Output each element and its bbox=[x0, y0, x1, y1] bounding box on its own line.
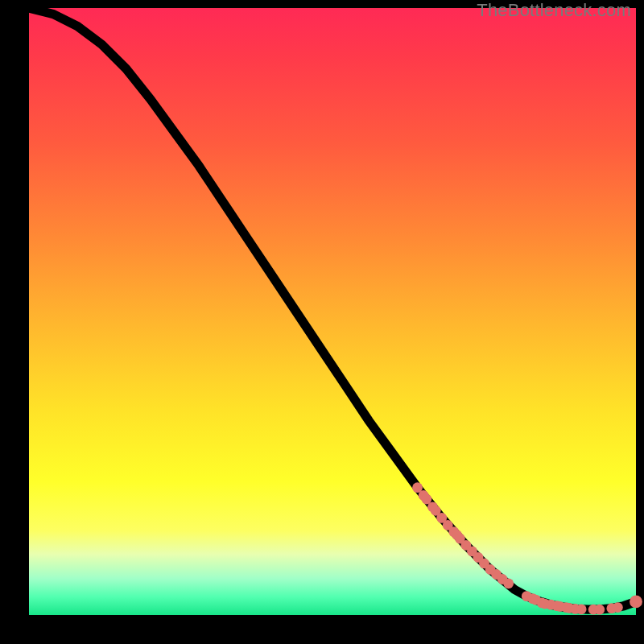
data-point bbox=[594, 605, 605, 615]
data-point bbox=[630, 595, 642, 608]
data-points-group bbox=[412, 482, 642, 614]
chart-plot bbox=[29, 8, 636, 615]
chart-stage: TheBottleneck.com bbox=[0, 0, 644, 644]
bottleneck-curve bbox=[29, 8, 636, 609]
data-point bbox=[613, 602, 623, 613]
data-point bbox=[503, 578, 514, 588]
data-point bbox=[576, 604, 587, 614]
